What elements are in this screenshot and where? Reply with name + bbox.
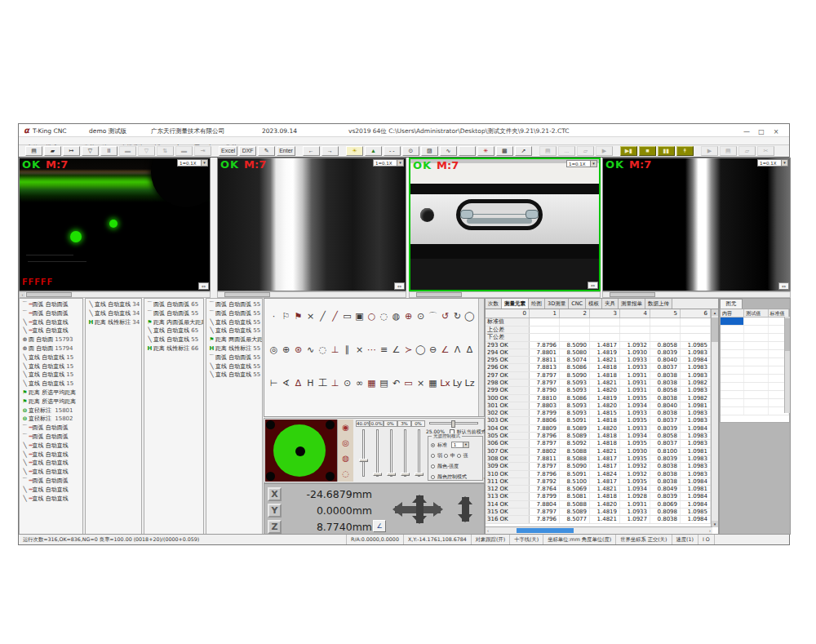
palette-tool-icon[interactable]: ⊕ — [280, 344, 292, 355]
blank-button[interactable] — [459, 146, 476, 156]
excel-export-button[interactable]: Excel — [219, 146, 237, 156]
feature-item[interactable]: ⊕圆 自动圆15794 — [20, 344, 82, 353]
camera-hscrollbar[interactable] — [602, 291, 791, 298]
table-row[interactable]: 311 OK7.87928.51001.48171.09350.80381.09… — [486, 478, 718, 486]
table-row[interactable]: 294 OK7.88018.50801.48191.09300.80391.09… — [486, 349, 718, 357]
feature-item[interactable]: ⚑距离 内圆弧最大距离 — [144, 318, 203, 327]
camera-resize-handle[interactable]: ⇔ — [778, 282, 789, 290]
element-row[interactable] — [721, 383, 789, 391]
slider-handle[interactable] — [415, 473, 424, 476]
probe-path-button[interactable]: ↦ — [63, 146, 80, 156]
table-row[interactable]: 293 OK7.87968.50901.48171.09320.80581.09… — [486, 342, 718, 349]
palette-tool-icon[interactable]: ◍ — [390, 311, 402, 322]
palette-tool-icon[interactable]: ∿ — [304, 344, 317, 355]
ring-light-preview[interactable] — [265, 420, 337, 482]
palette-tool-icon[interactable]: ⊕ — [402, 311, 415, 322]
brightness-hslider[interactable] — [429, 422, 478, 424]
scene-button[interactable]: ▲ — [365, 146, 382, 156]
ring-option-icon[interactable]: ◉ — [338, 420, 353, 435]
element-row[interactable] — [721, 334, 789, 342]
palette-tool-icon[interactable]: ∠ — [390, 344, 402, 355]
feature-item[interactable]: ⚑距离 两圆弧最大距离 — [206, 335, 262, 344]
slider-track[interactable] — [362, 429, 365, 477]
run-to-end-button[interactable]: ▶▮ — [620, 146, 637, 156]
slider-handle[interactable] — [373, 473, 382, 476]
palette-tool-icon[interactable]: ◯ — [415, 344, 427, 355]
feature-item[interactable]: ╲***直线 自动直线 — [20, 451, 82, 460]
palette-tool-icon[interactable]: × — [353, 344, 366, 355]
feature-item[interactable]: ⌒***圆弧 自动圆弧 — [20, 424, 82, 433]
palette-tool-icon[interactable]: ▦ — [366, 378, 378, 389]
palette-tool-icon[interactable]: ⊙ — [341, 378, 353, 389]
table-row[interactable]: 316 OK7.87968.50771.48211.09270.80381.09… — [486, 516, 718, 523]
element-row[interactable] — [721, 326, 789, 334]
zoom-button[interactable]: ⊙ — [402, 146, 419, 156]
light-slider[interactable]: 0% — [411, 420, 425, 481]
feature-item[interactable]: ⊖直径标注 15802 — [20, 415, 82, 424]
feature-item[interactable]: ⚑距离 所选平均距离 — [20, 398, 82, 406]
camera-zoom-select[interactable]: 1=0.1X ▾ — [373, 159, 404, 167]
results-tab[interactable]: 数据上传 — [645, 299, 672, 309]
palette-tool-icon[interactable]: ╱ — [317, 311, 329, 322]
palette-tool-icon[interactable]: ⊖ — [427, 344, 439, 355]
results-tab[interactable]: 次数 — [486, 299, 502, 309]
feature-item[interactable]: ╲***直线 自动直线 — [20, 486, 82, 495]
palette-tool-icon[interactable]: × — [415, 378, 427, 389]
arrow-left-button[interactable]: ← — [303, 146, 320, 156]
chevron-down-icon[interactable]: ▾ — [590, 161, 596, 167]
palette-tool-icon[interactable]: ◯ — [463, 311, 476, 322]
table-row[interactable]: 304 OK7.88098.50891.48201.09330.80391.09… — [486, 425, 718, 433]
palette-tool-icon[interactable]: ∆ — [463, 344, 476, 355]
table-row[interactable]: 295 OK7.88118.50741.48211.09330.80401.09… — [486, 357, 718, 364]
jog-vertical-arrow[interactable] — [462, 497, 469, 522]
slider-handle[interactable] — [401, 473, 410, 476]
palette-tool-icon[interactable]: ↻ — [451, 311, 463, 322]
feature-item[interactable]: ╲***直线 自动直线 — [20, 442, 82, 451]
camera-zoom-select[interactable]: 1=0.1X ▾ — [177, 159, 208, 167]
palette-tool-icon[interactable]: Λ — [451, 344, 463, 355]
color-intensity-radio[interactable] — [431, 464, 435, 469]
palette-tool-icon[interactable]: ≡ — [378, 344, 390, 355]
feature-item[interactable]: ╲直线 自动直线55 — [206, 371, 262, 380]
table-row[interactable]: 308 OK7.88118.50881.48171.09350.80391.09… — [486, 455, 718, 463]
light-slider[interactable]: 0% — [384, 420, 397, 481]
dxf-export-button[interactable]: DXF — [239, 146, 256, 156]
feature-item[interactable]: ⌒圆弧 自动圆弧55 — [206, 309, 262, 318]
feature-item[interactable]: ╲直线 自动直线34 — [86, 309, 141, 318]
ring-option-icon[interactable]: ◍ — [338, 451, 353, 466]
palette-tool-icon[interactable]: ⊙ — [415, 311, 427, 322]
feature-item[interactable]: ⌒圆弧 自动圆弧55 — [206, 353, 262, 362]
camera-panel-4[interactable]: OK M:7 1=0.1X ▾ ⇔ — [602, 158, 791, 291]
camera-resize-handle[interactable]: ⇔ — [588, 282, 598, 289]
maximize-button[interactable]: □ — [755, 127, 768, 137]
table-row[interactable]: 313 OK7.87998.50811.48181.09280.80391.09… — [486, 493, 718, 500]
camera-resize-handle[interactable]: ⇔ — [198, 282, 209, 290]
ring-option-icon[interactable]: ◎ — [338, 435, 353, 451]
camera-panel-1[interactable]: OK M:7 FFFFF 1=0.1X ▾ ⇔ — [19, 158, 211, 291]
palette-tool-icon[interactable]: 工 — [317, 377, 329, 389]
camera-hscrollbar[interactable] — [409, 291, 601, 298]
palette-tool-icon[interactable]: ↺ — [439, 311, 451, 322]
table-row[interactable]: 315 OK7.87978.50891.48191.09330.80981.09… — [486, 509, 718, 516]
color-mode-radio[interactable] — [431, 475, 435, 479]
stop-button[interactable]: ■ — [639, 146, 656, 156]
dither-button[interactable]: ▨ — [421, 146, 438, 156]
element-row[interactable] — [721, 407, 789, 415]
palette-tool-icon[interactable]: ⊛ — [292, 344, 304, 355]
feature-item[interactable]: ⊖直径标注 15801 — [20, 406, 82, 415]
feature-item[interactable]: ╲直线 自动直线15 — [20, 362, 82, 371]
feature-item[interactable]: ⌒圆弧 自动圆弧65 — [144, 300, 203, 309]
feature-item[interactable]: ⌒***圆弧 自动圆弧 — [20, 300, 82, 309]
palette-tool-icon[interactable]: ∥ — [341, 344, 353, 355]
slider-track[interactable] — [418, 429, 420, 477]
slider-handle[interactable] — [387, 473, 396, 476]
light-bulb-button[interactable]: ☀ — [346, 146, 363, 156]
jog-vertical-arrow[interactable] — [416, 495, 424, 523]
results-hscrollbar[interactable]: ‹› — [486, 526, 712, 534]
results-tab[interactable]: 测量报单 — [619, 299, 645, 309]
feature-item[interactable]: H距离 线性标注34 — [86, 318, 141, 327]
feature-item[interactable]: ╲直线 自动直线15 — [20, 371, 82, 380]
results-vscrollbar[interactable]: ▴▾ — [711, 309, 718, 527]
feature-item[interactable]: ╲直线 自动直线34 — [86, 300, 141, 309]
feature-item[interactable]: ╲直线 自动直线15 — [20, 353, 82, 362]
